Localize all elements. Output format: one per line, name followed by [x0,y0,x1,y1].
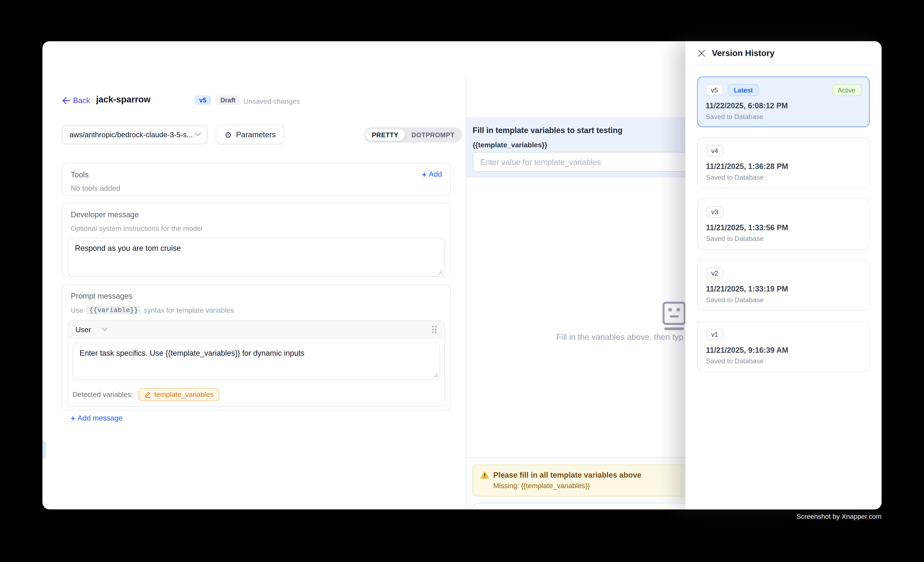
version-card-v1[interactable]: v1 11/21/2025, 9:16:39 AM Saved to Datab… [697,321,870,372]
version-storage: Saved to Database [706,174,861,181]
back-button[interactable]: Back [62,96,90,105]
version-timestamp: 11/22/2025, 6:08:12 PM [706,101,861,110]
prompt-messages-hint: Use {{variable}} syntax for template var… [71,306,445,314]
active-badge: Active [832,84,861,96]
hint-suffix: syntax for template variables [144,306,234,314]
bot-face-icon [661,301,688,332]
add-message-button[interactable]: + Add message [71,414,123,422]
arrow-left-icon [62,97,70,104]
unsaved-changes-label: Unsaved changes [243,97,300,105]
message-role-value: User [75,325,91,333]
version-timestamp: 11/21/2025, 1:33:56 PM [706,223,861,232]
chevron-down-icon [102,327,108,332]
add-message-label: Add message [78,414,122,422]
version-id-badge: v2 [706,268,723,279]
developer-message-input[interactable]: Respond as you are tom cruise [68,238,445,277]
version-storage: Saved to Database [706,357,861,365]
page-title: jack-sparrow [96,94,151,104]
version-id-badge: v1 [706,329,723,341]
chevron-down-icon [195,132,201,137]
template-variable-chip[interactable]: template_variables [138,388,219,401]
parameters-label: Parameters [236,130,276,139]
view-mode-toggle: PRETTY DOTPROMPT [364,127,462,142]
empty-state-text: Fill in the variables above, then typ [556,332,683,342]
hint-prefix: Use [71,306,83,314]
watermark-text: Screenshot by Xnapper.com [796,513,882,520]
prompt-message-block: User Enter task specifics. Use {{templat… [68,320,445,407]
version-storage: Saved to Database [706,296,861,303]
tab-pretty[interactable]: PRETTY [365,129,405,141]
back-label: Back [73,96,90,105]
tools-label: Tools [71,170,88,179]
version-id-badge: v4 [706,145,723,157]
message-role-select[interactable]: User [75,325,108,333]
warning-triangle-icon [480,471,489,479]
developer-message-hint: Optional system instructions for the mod… [71,224,445,233]
variable-syntax-chip: {{variable}} [86,306,141,314]
add-tool-label: Add [429,170,442,178]
version-card-v4[interactable]: v4 11/21/2025, 1:36:28 PM Saved to Datab… [697,137,870,188]
warning-title: Please fill in all template variables ab… [493,471,642,479]
window-edge-handle[interactable] [42,441,46,459]
tab-dotprompt[interactable]: DOTPROMPT [405,129,461,141]
version-timestamp: 11/21/2025, 1:36:28 PM [706,162,861,171]
prompt-messages-card: Prompt messages Use {{variable}} syntax … [62,284,451,411]
version-card-v5[interactable]: v5 Latest Active 11/22/2025, 6:08:12 PM … [697,76,870,127]
version-id-badge: v3 [706,206,723,218]
version-card-v3[interactable]: v3 11/21/2025, 1:33:56 PM Saved to Datab… [697,199,870,250]
gear-icon: ⚙ [225,130,232,139]
version-history-header: Version History [686,41,882,65]
version-timestamp: 11/21/2025, 9:16:39 AM [706,346,861,354]
drag-handle-icon[interactable] [432,325,437,333]
tools-card: Tools + Add No tools added [62,163,451,196]
model-select[interactable]: aws/anthropic/bedrock-claude-3-5-s... [62,125,207,144]
template-variable-name: template_variables [154,390,214,399]
plus-icon: + [71,414,75,422]
message-content-input[interactable]: Enter task specifics. Use {{template_var… [72,343,440,380]
version-timestamp: 11/21/2025, 1:33:19 PM [706,284,861,293]
prompt-messages-label: Prompt messages [71,291,445,300]
close-drawer-button[interactable] [697,49,705,57]
pencil-icon [144,391,151,398]
detected-variables-label: Detected variables: [72,390,133,399]
version-list: v5 Latest Active 11/22/2025, 6:08:12 PM … [686,65,882,372]
version-storage: Saved to Database [706,113,861,120]
latest-badge: Latest [728,84,759,96]
draft-status-badge: Draft [216,96,240,105]
tools-empty-text: No tools added [71,184,442,193]
developer-message-label: Developer message [71,210,445,219]
developer-message-card: Developer message Optional system instru… [62,203,451,277]
version-history-title: Version History [712,48,775,58]
add-tool-button[interactable]: + Add [422,170,442,178]
model-select-value: aws/anthropic/bedrock-claude-3-5-s... [69,130,195,139]
message-header: User [69,321,444,338]
resize-grip-icon[interactable] [433,373,438,378]
version-storage: Saved to Database [706,235,861,242]
resize-grip-icon[interactable] [438,270,443,275]
detected-variables-row: Detected variables: template_variables [69,384,444,407]
parameters-button[interactable]: ⚙ Parameters [216,125,285,144]
plus-icon: + [422,170,426,178]
version-history-drawer: Version History v5 Latest Active 11/22/2… [686,41,882,509]
version-id-badge: v5 [706,84,723,96]
version-card-v2[interactable]: v2 11/21/2025, 1:33:19 PM Saved to Datab… [697,260,870,311]
close-icon [698,49,705,57]
screenshot-stage: Back jack-sparrow v5 Draft Unsaved chang… [0,0,924,562]
version-badge: v5 [195,96,211,105]
